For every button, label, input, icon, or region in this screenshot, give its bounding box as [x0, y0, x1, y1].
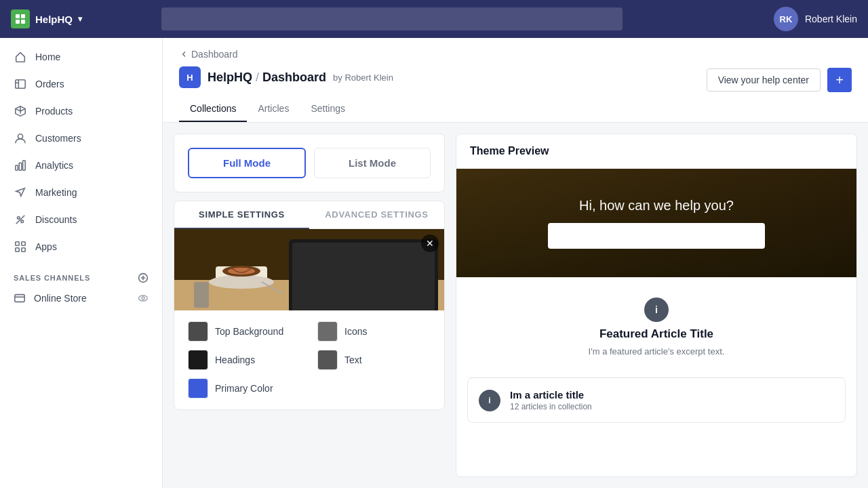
topbar-logo[interactable]: HelpHQ ▾	[11, 9, 82, 28]
hero-image-area: ✕	[174, 229, 444, 310]
topbar-search[interactable]	[161, 7, 623, 30]
svg-rect-29	[194, 282, 209, 308]
online-store-visibility-icon[interactable]	[138, 293, 149, 304]
svg-point-5	[18, 134, 22, 139]
sidebar-item-apps-label: Apps	[35, 241, 57, 252]
logo-icon	[11, 9, 30, 28]
analytics-icon	[14, 159, 27, 172]
theme-search-bar[interactable]	[548, 223, 765, 249]
featured-section: i Featured Article Title I'm a featured …	[456, 277, 856, 377]
view-help-center-button[interactable]: View your help center	[707, 68, 821, 92]
primary-color-label: Primary Color	[215, 383, 273, 394]
tab-articles[interactable]: Articles	[247, 96, 300, 122]
icons-label: Icons	[344, 326, 367, 337]
featured-info-icon: i	[644, 298, 669, 322]
products-icon	[14, 104, 27, 118]
theme-hero-text: Hi, how can we help you?	[579, 198, 734, 214]
topbar-username: Robert Klein	[805, 14, 857, 24]
icons-swatch[interactable]	[317, 321, 338, 342]
svg-rect-0	[16, 14, 20, 18]
app-name: HelpHQ / Dashboard	[208, 70, 326, 85]
sidebar-item-customers[interactable]: Customers	[0, 125, 162, 152]
tab-settings[interactable]: Settings	[300, 96, 356, 122]
sidebar: Home Orders Products Customers	[0, 38, 163, 488]
remove-image-button[interactable]: ✕	[421, 235, 439, 252]
article-card-title: Im a article title	[510, 389, 592, 401]
add-button[interactable]: +	[827, 68, 852, 92]
svg-rect-13	[16, 248, 19, 251]
left-panel: Full Mode List Mode SIMPLE SETTINGS ADVA…	[174, 134, 445, 477]
main-layout: Home Orders Products Customers	[0, 38, 868, 488]
customers-icon	[14, 131, 27, 145]
content-area: Dashboard H HelpHQ / Dashboard by Robert…	[163, 38, 868, 488]
color-row-headings: Headings	[188, 350, 301, 370]
sidebar-item-marketing[interactable]: Marketing	[0, 179, 162, 206]
mode-selector-card: Full Mode List Mode	[174, 134, 445, 192]
tab-collections[interactable]: Collections	[179, 96, 247, 122]
svg-rect-22	[292, 243, 435, 310]
svg-point-25	[209, 275, 274, 289]
svg-point-9	[18, 217, 20, 220]
svg-rect-3	[21, 20, 25, 24]
sales-channels-add-icon[interactable]	[138, 272, 149, 283]
avatar: RK	[774, 7, 798, 31]
sidebar-item-marketing-label: Marketing	[35, 187, 77, 198]
theme-hero: Hi, how can we help you?	[456, 169, 856, 277]
home-icon	[14, 50, 27, 64]
top-background-swatch[interactable]	[188, 321, 208, 342]
primary-color-swatch[interactable]	[188, 378, 208, 399]
sidebar-item-analytics[interactable]: Analytics	[0, 152, 162, 179]
svg-point-10	[21, 220, 24, 223]
sidebar-item-home[interactable]: Home	[0, 43, 162, 70]
sidebar-item-orders[interactable]: Orders	[0, 70, 162, 98]
plus-icon: +	[835, 73, 844, 87]
breadcrumb-back[interactable]: Dashboard	[179, 49, 393, 60]
color-row-primary: Primary Color	[188, 378, 301, 399]
marketing-icon	[14, 186, 27, 199]
svg-point-18	[142, 297, 144, 300]
full-mode-button[interactable]: Full Mode	[188, 148, 306, 178]
text-label: Text	[344, 354, 362, 365]
svg-rect-1	[21, 14, 25, 18]
app-header: Dashboard H HelpHQ / Dashboard by Robert…	[163, 38, 868, 123]
sidebar-item-apps[interactable]: Apps	[0, 233, 162, 260]
sidebar-item-discounts[interactable]: Discounts	[0, 206, 162, 233]
article-card[interactable]: i Im a article title 12 articles in coll…	[467, 378, 846, 423]
article-card-icon: i	[479, 390, 500, 411]
article-card-meta: 12 articles in collection	[510, 402, 592, 411]
color-grid: Top Background Icons Headings Te	[174, 310, 444, 409]
app-tabs: Collections Articles Settings	[179, 96, 852, 122]
app-icon: H	[179, 66, 201, 88]
headings-swatch[interactable]	[188, 350, 208, 370]
preview-header: Theme Preview	[456, 134, 856, 169]
simple-settings-tab[interactable]: SIMPLE SETTINGS	[174, 201, 309, 229]
settings-tabs: SIMPLE SETTINGS ADVANCED SETTINGS	[174, 201, 444, 229]
svg-rect-7	[19, 163, 22, 170]
mode-buttons: Full Mode List Mode	[188, 148, 431, 178]
sidebar-item-home-label: Home	[35, 52, 60, 62]
online-store-left: Online Store	[14, 292, 87, 304]
online-store-icon	[14, 292, 26, 304]
featured-article-title: Featured Article Title	[599, 327, 713, 341]
sales-channels-section: SALES CHANNELS	[0, 266, 162, 286]
sidebar-item-orders-label: Orders	[35, 79, 64, 89]
svg-rect-4	[16, 80, 25, 89]
sidebar-item-products[interactable]: Products	[0, 98, 162, 125]
theme-preview-title: Theme Preview	[470, 145, 549, 157]
svg-rect-12	[22, 242, 25, 245]
search-input[interactable]	[161, 7, 623, 30]
text-swatch[interactable]	[317, 350, 338, 370]
color-row-icons: Icons	[317, 321, 431, 342]
header-actions: View your help center +	[707, 68, 852, 92]
theme-preview-panel: Theme Preview Hi, how can we help you? i…	[456, 134, 857, 477]
sidebar-item-discounts-label: Discounts	[35, 214, 77, 225]
article-card-info: Im a article title 12 articles in collec…	[510, 389, 592, 411]
discounts-icon	[14, 213, 27, 226]
app-title-row: H HelpHQ / Dashboard by Robert Klein	[179, 66, 393, 88]
sales-channels-label: SALES CHANNELS	[14, 274, 90, 282]
advanced-settings-tab[interactable]: ADVANCED SETTINGS	[309, 201, 444, 228]
list-mode-button[interactable]: List Mode	[314, 148, 431, 178]
sidebar-item-online-store[interactable]: Online Store	[0, 286, 162, 310]
svg-rect-14	[22, 248, 25, 251]
svg-rect-6	[16, 165, 18, 170]
